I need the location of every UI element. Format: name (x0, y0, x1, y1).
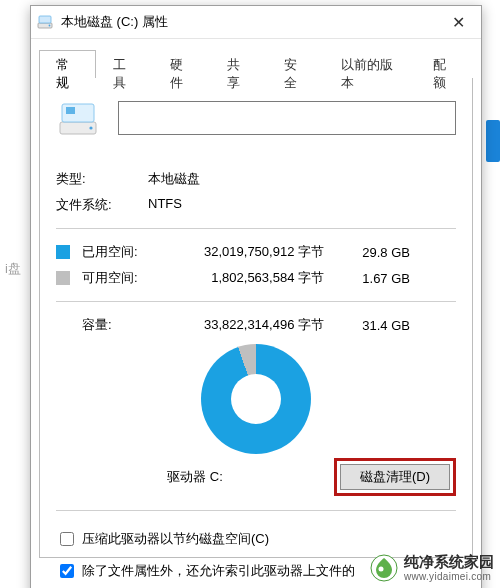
divider (56, 301, 456, 302)
svg-rect-1 (39, 16, 51, 23)
svg-point-6 (89, 126, 92, 129)
close-button[interactable]: ✕ (441, 10, 475, 34)
properties-dialog: 本地磁盘 (C:) 属性 ✕ 常规 工具 硬件 共享 安全 以前的版本 配额 (30, 5, 482, 588)
watermark-url: www.yidaimei.com (404, 571, 494, 582)
capacity-gb: 31.4 GB (346, 318, 410, 333)
filesystem-label: 文件系统: (56, 196, 148, 214)
used-label: 已用空间: (82, 243, 154, 261)
filesystem-value: NTFS (148, 196, 456, 214)
index-checkbox[interactable] (60, 564, 74, 578)
divider (56, 510, 456, 511)
tab-quota[interactable]: 配额 (416, 50, 473, 78)
compress-checkbox-row[interactable]: 压缩此驱动器以节约磁盘空间(C) (56, 529, 456, 549)
background-text: i盘 (5, 260, 21, 278)
highlight-frame: 磁盘清理(D) (334, 458, 456, 496)
capacity-label: 容量: (82, 316, 154, 334)
tab-previous-versions[interactable]: 以前的版本 (324, 50, 416, 78)
used-bytes: 32,019,750,912 字节 (154, 243, 346, 261)
watermark-text: 纯净系统家园 (404, 554, 494, 571)
close-icon: ✕ (452, 13, 465, 32)
used-gb: 29.8 GB (346, 245, 410, 260)
disk-cleanup-button[interactable]: 磁盘清理(D) (340, 464, 450, 490)
svg-rect-5 (66, 107, 75, 114)
watermark-logo-icon (370, 554, 398, 582)
capacity-bytes: 33,822,314,496 字节 (154, 316, 346, 334)
divider (56, 228, 456, 229)
watermark: 纯净系统家园 www.yidaimei.com (370, 554, 494, 582)
volume-label-input[interactable] (118, 101, 456, 135)
used-swatch-icon (56, 245, 70, 259)
tab-strip: 常规 工具 硬件 共享 安全 以前的版本 配额 (39, 49, 473, 78)
compress-label: 压缩此驱动器以节约磁盘空间(C) (82, 530, 269, 548)
type-label: 类型: (56, 170, 148, 188)
tab-hardware[interactable]: 硬件 (153, 50, 210, 78)
free-bytes: 1,802,563,584 字节 (154, 269, 346, 287)
free-label: 可用空间: (82, 269, 154, 287)
usage-pie-chart (201, 344, 311, 454)
svg-point-2 (49, 25, 51, 27)
type-value: 本地磁盘 (148, 170, 456, 188)
window-title: 本地磁盘 (C:) 属性 (61, 13, 441, 31)
drive-letter-label: 驱动器 C: (56, 468, 334, 486)
tab-sharing[interactable]: 共享 (210, 50, 267, 78)
free-swatch-icon (56, 271, 70, 285)
drive-large-icon (56, 96, 100, 140)
svg-point-8 (379, 567, 384, 572)
tab-security[interactable]: 安全 (267, 50, 324, 78)
tab-tools[interactable]: 工具 (96, 50, 153, 78)
free-gb: 1.67 GB (346, 271, 410, 286)
index-label: 除了文件属性外，还允许索引此驱动器上文件的 (82, 562, 355, 580)
tab-panel-general: 类型: 本地磁盘 文件系统: NTFS 已用空间: 32,019,750,912… (39, 78, 473, 558)
compress-checkbox[interactable] (60, 532, 74, 546)
titlebar: 本地磁盘 (C:) 属性 ✕ (31, 6, 481, 39)
tab-general[interactable]: 常规 (39, 50, 96, 78)
background-accent (486, 120, 500, 162)
drive-icon (37, 14, 53, 30)
